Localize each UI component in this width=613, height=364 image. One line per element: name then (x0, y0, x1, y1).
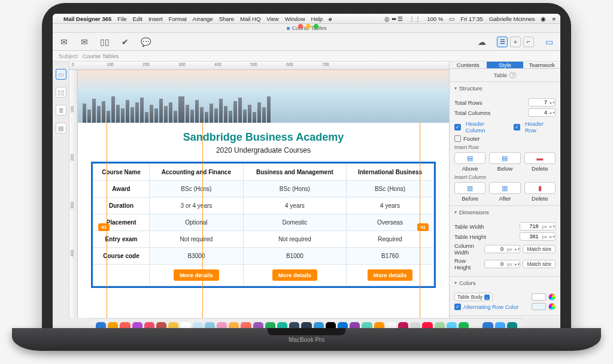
page-heading[interactable]: Sandbridge Business Academy (78, 123, 449, 145)
siri-icon[interactable]: ◉ (541, 16, 546, 22)
alt-color-picker-icon[interactable] (548, 303, 556, 310)
guide-handle-left[interactable]: 41 (98, 223, 110, 231)
color-target-select[interactable]: Table Body⌄ (454, 293, 493, 301)
col-header[interactable]: Accounting and Finance (150, 164, 244, 181)
inspector-format-icon[interactable]: ☰ (497, 37, 508, 47)
column-width-stepper[interactable]: px▲▼ (484, 245, 520, 253)
alternating-row-checkbox[interactable]: ✓ (454, 304, 461, 310)
section-dimensions: Dimensions Table Width px▲▼ Table Height… (450, 205, 560, 276)
equinux-icon[interactable]: e (329, 16, 332, 22)
menu-format[interactable]: Format (169, 16, 187, 22)
inspector-object-label: Table (494, 72, 508, 78)
col-header[interactable]: Business and Management (243, 164, 346, 181)
subject-value[interactable]: Course Tables (83, 53, 119, 59)
table-width-stepper[interactable]: px▲▼ (520, 222, 556, 230)
wifi-icon[interactable]: ⋮⋮ (409, 16, 421, 22)
guide-handle-right[interactable]: 41 (417, 223, 429, 231)
table-height-stepper[interactable]: px▲▼ (520, 232, 556, 241)
total-rows-stepper[interactable]: ▲▼ (528, 98, 556, 107)
col-header[interactable]: Course Name (93, 164, 150, 181)
header-row-checkbox[interactable]: ✓ (514, 124, 520, 131)
insert-col-after-button[interactable]: ▥ (489, 182, 520, 194)
insert-col-before-button[interactable]: ▥ (454, 182, 485, 194)
stamp2-icon[interactable]: ✉ (79, 37, 90, 47)
tab-style[interactable]: Style (487, 62, 524, 68)
inspector-mode-segment[interactable]: ☰ ＋ ⌐ (497, 37, 534, 47)
menu-file[interactable]: File (117, 16, 126, 22)
footer-checkbox[interactable] (454, 135, 461, 142)
row-height-stepper[interactable]: px▲▼ (484, 260, 520, 268)
window-titlebar: Course Tables (53, 24, 560, 33)
menu-share[interactable]: Share (219, 16, 234, 22)
menu-edit[interactable]: Edit (133, 16, 142, 22)
menu-mailhq[interactable]: Mail HQ (240, 16, 260, 22)
window-zoom[interactable] (314, 24, 318, 29)
document-icon (287, 27, 290, 30)
insert-col-label: Insert Column (454, 174, 556, 180)
window-close[interactable] (298, 24, 303, 29)
menu-view[interactable]: View (266, 16, 278, 22)
section-structure: Structure Total Rows ▲▼ Total Columns ▲▼… (450, 81, 560, 205)
hero-image[interactable] (78, 70, 449, 123)
subject-bar: Subject Course Tables (53, 51, 560, 62)
delete-row-button[interactable]: ▬ (524, 152, 556, 164)
total-rows-label: Total Rows (454, 99, 526, 106)
page-subheading[interactable]: 2020 Undergraduate Courses (78, 145, 449, 162)
notification-center-icon[interactable]: ≡ (552, 16, 556, 22)
inspector-layout-icon[interactable]: ⌐ (523, 37, 534, 47)
layout-text-icon[interactable]: ≣ (56, 105, 66, 116)
match-row-height-button[interactable]: Match size (523, 260, 556, 268)
skyline-graphic (78, 95, 449, 123)
layout-blocks-icon[interactable]: ▤ (56, 123, 66, 134)
left-tool-strip: ▭ ▯▯ ≣ ▤ (53, 62, 69, 318)
menu-insert[interactable]: Insert (148, 16, 163, 22)
match-col-width-button[interactable]: Match size (523, 245, 556, 253)
app-name[interactable]: Mail Designer 365 (63, 16, 111, 22)
tab-contents[interactable]: Contents (450, 62, 487, 68)
menubar-user[interactable]: Gabrielle McInnes (489, 16, 535, 22)
battery-status[interactable]: 100 % (427, 16, 443, 22)
window-minimize[interactable] (306, 24, 311, 29)
subject-label: Subject (59, 53, 78, 59)
editor-canvas[interactable]: 0 100 200 300 400 500 600 700 100 200 30… (69, 62, 449, 318)
layout-desktop-icon[interactable]: ▭ (56, 69, 66, 80)
insert-row-below-button[interactable]: ▤ (489, 152, 520, 164)
table-row: Entry examNot requiredNot requiredRequir… (93, 231, 434, 248)
more-details-button[interactable]: More details (368, 269, 412, 281)
email-page[interactable]: 41 41 Sandbridge Business Academy 2020 U… (78, 70, 449, 318)
header-column-checkbox[interactable]: ✓ (454, 124, 461, 131)
inspector-add-icon[interactable]: ＋ (510, 37, 521, 47)
layout-mobile-icon[interactable]: ▯▯ (56, 87, 66, 98)
menu-arrange[interactable]: Arrange (193, 16, 213, 22)
alt-color-swatch[interactable] (532, 303, 546, 310)
menu-window[interactable]: Window (285, 16, 305, 22)
section-colors: Colors Table Body⌄ ✓ Alternating Row Col… (450, 276, 560, 316)
menubar-clock[interactable]: Fri 17:35 (460, 16, 483, 22)
cloud-icon[interactable]: ☁ (477, 37, 487, 47)
menu-help[interactable]: Help (311, 16, 323, 22)
chat-icon[interactable]: 💬 (140, 37, 151, 47)
help-icon[interactable]: ? (509, 72, 516, 78)
laptop-base: MacBook Pro (12, 328, 601, 351)
insert-row-label: Insert Row (454, 144, 556, 150)
battery-icon: ▭ (449, 16, 454, 22)
check-icon[interactable]: ✔ (120, 37, 131, 47)
color-swatch[interactable] (532, 293, 546, 301)
table-row: AwardBSc (Hons)BSc (Hons)BSc (Hons) (93, 181, 434, 198)
col-header[interactable]: International Business (347, 164, 434, 181)
tab-teamwork[interactable]: Teamwork (523, 62, 560, 68)
inspector-panel: Contents Style Teamwork Table ? Structur… (449, 62, 560, 318)
delete-col-button[interactable]: ▮ (524, 182, 556, 194)
color-picker-icon[interactable] (548, 293, 556, 301)
stamp-icon[interactable]: ✉ (59, 37, 69, 47)
inspector-tabs: Contents Style Teamwork (450, 62, 560, 69)
insert-row-above-button[interactable]: ▤ (454, 152, 485, 164)
status-icons: ◎ ⬌ ☰ (384, 16, 403, 22)
inspector-toggle-icon[interactable]: ▭ (544, 37, 554, 47)
more-details-button[interactable]: More details (272, 269, 317, 281)
course-table[interactable]: Course Name Accounting and Finance Busin… (91, 162, 436, 288)
more-details-button[interactable]: More details (174, 269, 219, 281)
total-cols-stepper[interactable]: ▲▼ (528, 108, 556, 117)
device-preview-icon[interactable]: ▯▯ (99, 37, 110, 47)
table-header-row: Course Name Accounting and Finance Busin… (93, 164, 434, 181)
